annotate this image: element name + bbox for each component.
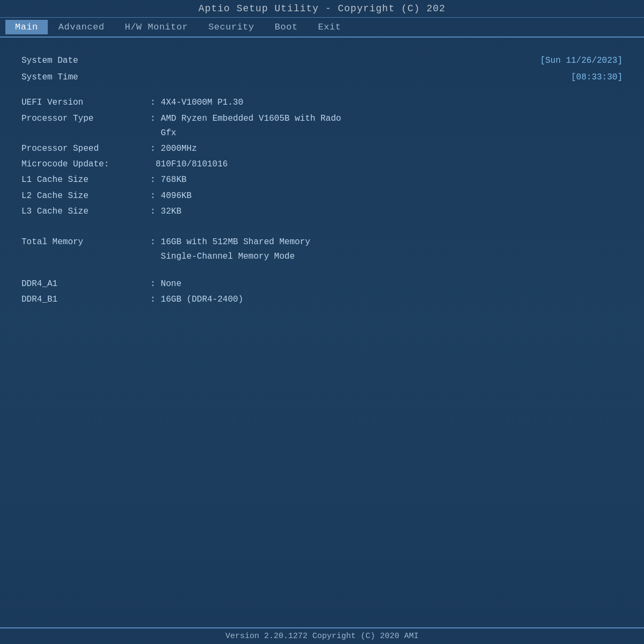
ddr4-a1-row: DDR4_A1 : None [21, 277, 623, 291]
system-date-label: System Date [21, 54, 78, 68]
l2-cache-label: L2 Cache Size [21, 189, 150, 203]
version-text: Version 2.20.1272 Copyright (C) 2020 AMI [225, 632, 419, 641]
system-datetime-section: System Date System Time [Sun 11/26/2023]… [21, 54, 623, 85]
menu-item-main[interactable]: Main [5, 20, 48, 34]
ddr4-b1-row: DDR4_B1 : 16GB (DDR4-2400) [21, 292, 623, 307]
ddr4-b1-colon: : [150, 292, 156, 307]
ddr4-a1-colon: : [150, 277, 156, 291]
ddr4-a1-label: DDR4_A1 [21, 277, 150, 291]
processor-speed-label: Processor Speed [21, 142, 150, 156]
l2-cache-row: L2 Cache Size : 4096KB [21, 189, 623, 203]
total-memory-line1: 16GB with 512MB Shared Memory [161, 235, 310, 250]
processor-type-label: Processor Type [21, 112, 150, 126]
uefi-version-value: 4X4-V1000M P1.30 [161, 96, 623, 110]
title-bar: Aptio Setup Utility - Copyright (C) 202 [0, 0, 644, 18]
menu-item-advanced[interactable]: Advanced [49, 20, 114, 34]
memory-section: Total Memory : 16GB with 512MB Shared Me… [21, 235, 623, 308]
section-gap-2 [21, 265, 623, 277]
processor-speed-row: Processor Speed : 2000MHz [21, 142, 623, 156]
menu-item-hwmonitor[interactable]: H/W Monitor [115, 20, 197, 34]
menu-bar[interactable]: Main Advanced H/W Monitor Security Boot … [0, 18, 644, 38]
processor-type-colon: : [150, 112, 156, 126]
l2-cache-colon: : [150, 189, 156, 203]
uefi-version-colon: : [150, 96, 156, 110]
l3-cache-value: 32KB [161, 204, 623, 219]
processor-type-value: AMD Ryzen Embedded V1605B with Rado [161, 112, 341, 126]
total-memory-values: 16GB with 512MB Shared Memory Single-Cha… [161, 235, 310, 264]
microcode-row: Microcode Update: 810F10/8101016 [21, 157, 623, 172]
processor-speed-value: 2000MHz [161, 142, 623, 156]
l1-cache-row: L1 Cache Size : 768KB [21, 173, 623, 187]
system-time-value: [08:33:30] [571, 70, 623, 85]
datetime-labels: System Date System Time [21, 54, 78, 85]
l1-cache-colon: : [150, 173, 156, 187]
processor-speed-colon: : [150, 142, 156, 156]
l2-cache-value: 4096KB [161, 189, 623, 203]
ddr4-b1-value: 16GB (DDR4-2400) [161, 292, 623, 307]
processor-type-row: Processor Type : AMD Ryzen Embedded V160… [21, 112, 623, 141]
l3-cache-row: L3 Cache Size : 32KB [21, 204, 623, 219]
microcode-label: Microcode Update: [21, 157, 150, 172]
datetime-values: [Sun 11/26/2023] [08:33:30] [540, 54, 623, 85]
l3-cache-colon: : [150, 204, 156, 219]
bios-screen: Aptio Setup Utility - Copyright (C) 202 … [0, 0, 644, 644]
processor-type-value-wrap: AMD Ryzen Embedded V1605B with Rado Gfx [161, 112, 341, 141]
uefi-version-label: UEFI Version [21, 96, 150, 110]
total-memory-row: Total Memory : 16GB with 512MB Shared Me… [21, 235, 623, 264]
system-time-label: System Time [21, 70, 78, 85]
menu-item-boot[interactable]: Boot [265, 20, 308, 34]
microcode-value: 810F10/8101016 [156, 157, 623, 172]
section-gap-1 [21, 220, 623, 232]
processor-gfx-value: Gfx [161, 126, 341, 141]
total-memory-label: Total Memory [21, 235, 150, 250]
main-content: System Date System Time [Sun 11/26/2023]… [0, 38, 644, 644]
l1-cache-value: 768KB [161, 173, 623, 187]
l3-cache-label: L3 Cache Size [21, 204, 150, 219]
menu-item-security[interactable]: Security [199, 20, 264, 34]
title-text: Aptio Setup Utility - Copyright (C) 202 [199, 3, 445, 14]
menu-item-exit[interactable]: Exit [309, 20, 351, 34]
info-table: UEFI Version : 4X4-V1000M P1.30 Processo… [21, 96, 623, 307]
uefi-version-row: UEFI Version : 4X4-V1000M P1.30 [21, 96, 623, 110]
ddr4-a1-value: None [161, 277, 623, 291]
total-memory-line2: Single-Channel Memory Mode [161, 250, 310, 264]
bottom-bar: Version 2.20.1272 Copyright (C) 2020 AMI [0, 627, 644, 644]
l1-cache-label: L1 Cache Size [21, 173, 150, 187]
system-date-value: [Sun 11/26/2023] [540, 54, 623, 68]
total-memory-colon: : [150, 235, 156, 250]
ddr4-b1-label: DDR4_B1 [21, 292, 150, 307]
